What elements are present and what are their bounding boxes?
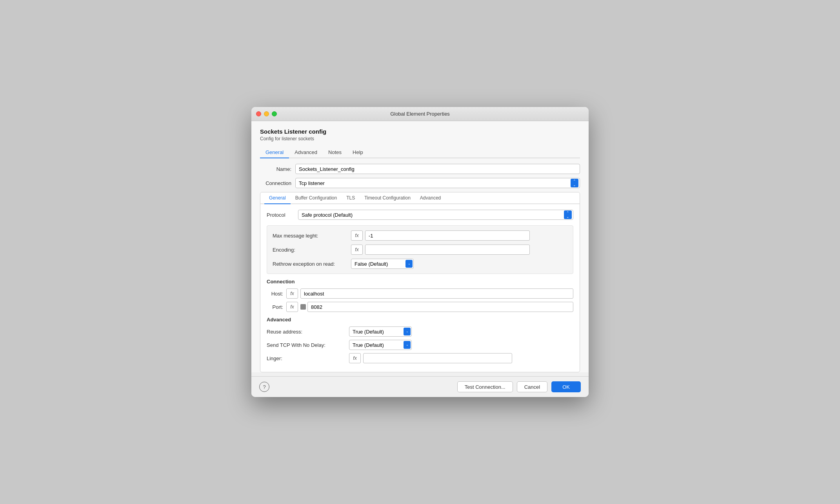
host-label: Host: — [267, 291, 286, 297]
max-msg-label: Max message leght: — [273, 233, 351, 239]
tab-advanced[interactable]: Advanced — [289, 147, 323, 158]
minimize-button[interactable] — [264, 111, 269, 116]
help-button[interactable]: ? — [259, 382, 269, 392]
inner-tab-timeout[interactable]: Timeout Configuration — [360, 192, 415, 204]
encoding-label: Encoding: — [273, 247, 351, 253]
port-fx-button[interactable]: fx — [286, 302, 298, 312]
name-label: Name: — [260, 166, 295, 172]
host-row: Host: fx — [267, 288, 573, 299]
main-content: Sockets Listener config Config for liste… — [251, 121, 589, 372]
rethrow-label: Rethrow exception on read: — [273, 261, 351, 267]
port-icon — [300, 304, 306, 310]
max-msg-input[interactable] — [365, 230, 530, 241]
encoding-fx-button[interactable]: fx — [351, 245, 363, 255]
top-tabs: General Advanced Notes Help — [260, 147, 580, 158]
max-msg-fx-button[interactable]: fx — [351, 230, 363, 241]
connection-section: Connection Host: fx Port: fx — [267, 279, 573, 312]
connection-section-header: Connection — [267, 279, 573, 285]
titlebar: Global Element Properties — [251, 107, 589, 121]
traffic-lights — [256, 111, 277, 116]
inner-tab-advanced[interactable]: Advanced — [415, 192, 445, 204]
footer-left: ? — [259, 382, 269, 392]
test-connection-button[interactable]: Test Connection... — [457, 381, 513, 392]
advanced-section-header: Advanced — [267, 317, 573, 323]
inner-tab-buffer[interactable]: Buffer Configuration — [291, 192, 342, 204]
tcp-delay-select[interactable]: True (Default) False — [349, 340, 412, 350]
tab-notes[interactable]: Notes — [323, 147, 347, 158]
linger-input[interactable] — [363, 353, 512, 363]
connection-select[interactable]: Tcp listener — [295, 178, 580, 188]
inner-tab-tls[interactable]: TLS — [342, 192, 360, 204]
encoding-input[interactable] — [365, 245, 530, 255]
tab-general[interactable]: General — [260, 147, 289, 158]
window-title: Global Element Properties — [390, 111, 450, 117]
connection-label: Connection — [260, 180, 295, 186]
rethrow-select-wrapper: False (Default) True ⌄ — [351, 259, 414, 269]
footer-right: Test Connection... Cancel OK — [457, 381, 581, 392]
name-row: Name: — [260, 164, 580, 174]
advanced-section: Advanced Reuse address: True (Default) F… — [267, 317, 573, 363]
linger-label: Linger: — [267, 355, 349, 361]
linger-fx-button[interactable]: fx — [349, 353, 361, 363]
port-label: Port: — [267, 304, 286, 310]
ok-button[interactable]: OK — [551, 381, 581, 392]
host-input[interactable] — [300, 288, 573, 299]
host-fx-button[interactable]: fx — [286, 288, 298, 299]
reuse-select-wrapper: True (Default) False ⌄ — [349, 326, 412, 337]
close-button[interactable] — [256, 111, 261, 116]
inner-tab-general[interactable]: General — [264, 192, 291, 204]
app-subtitle: Config for listener sockets — [260, 136, 580, 141]
rethrow-select[interactable]: False (Default) True — [351, 259, 414, 269]
app-title: Sockets Listener config — [260, 128, 580, 135]
main-window: Global Element Properties Sockets Listen… — [251, 107, 589, 397]
tcp-delay-row: Send TCP With No Delay: True (Default) F… — [267, 340, 573, 350]
footer: ? Test Connection... Cancel OK — [251, 376, 589, 397]
inner-tabs: General Buffer Configuration TLS Timeout… — [260, 192, 580, 204]
reuse-row: Reuse address: True (Default) False ⌄ — [267, 326, 573, 337]
tcp-delay-label: Send TCP With No Delay: — [267, 342, 349, 348]
connection-row: Connection Tcp listener — [260, 178, 580, 188]
encoding-row: Encoding: fx — [273, 245, 567, 255]
max-msg-row: Max message leght: fx — [273, 230, 567, 241]
inner-panel: General Buffer Configuration TLS Timeout… — [260, 192, 580, 372]
cancel-button[interactable]: Cancel — [517, 381, 547, 392]
port-input[interactable] — [307, 302, 573, 312]
protocol-fields-section: Max message leght: fx Encoding: fx Rethr… — [267, 225, 573, 274]
tab-help[interactable]: Help — [347, 147, 369, 158]
protocol-label: Protocol — [267, 212, 298, 218]
rethrow-row: Rethrow exception on read: False (Defaul… — [273, 259, 567, 269]
port-row: Port: fx — [267, 302, 573, 312]
protocol-select[interactable]: Safe protocol (Default) — [298, 210, 573, 220]
name-input[interactable] — [295, 164, 580, 174]
reuse-label: Reuse address: — [267, 329, 349, 335]
reuse-select[interactable]: True (Default) False — [349, 326, 412, 337]
protocol-row: Protocol Safe protocol (Default) — [267, 210, 573, 220]
protocol-select-wrapper: Safe protocol (Default) — [298, 210, 573, 220]
linger-row: Linger: fx — [267, 353, 573, 363]
connection-select-wrapper: Tcp listener — [295, 178, 580, 188]
tcp-delay-select-wrapper: True (Default) False ⌄ — [349, 340, 412, 350]
inner-content: Protocol Safe protocol (Default) Max mes… — [260, 204, 580, 372]
maximize-button[interactable] — [272, 111, 277, 116]
